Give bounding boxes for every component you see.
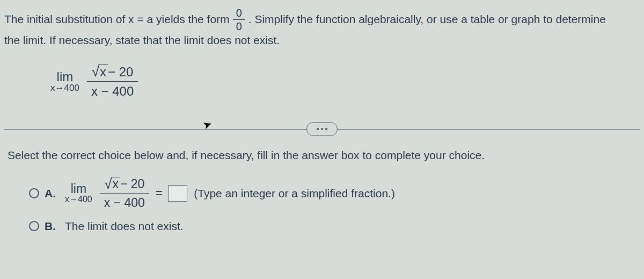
choice-a-fraction: √ x − 20 x − 400: [100, 177, 149, 210]
dot-icon: [321, 128, 323, 130]
lim-operator: lim x→400: [65, 182, 92, 204]
limit-expression: lim x→400 √ x − 20 x − 400: [50, 65, 640, 99]
choice-a-hint: (Type an integer or a simplified fractio…: [194, 187, 395, 200]
frac-num: 0: [233, 8, 245, 19]
radicand: x: [111, 177, 120, 191]
choice-b-radio[interactable]: [29, 221, 39, 231]
choice-b-row: B. The limit does not exist.: [29, 220, 640, 233]
lim-operator: lim x→400: [50, 70, 79, 93]
more-button[interactable]: [306, 122, 338, 136]
intro-part2: . Simplify the function algebraically, o…: [248, 11, 606, 28]
choice-a-label: A.: [45, 187, 56, 200]
question-container: The initial substitution of x = a yields…: [0, 0, 644, 247]
cursor-icon: ➤: [201, 117, 214, 132]
lim-word: lim: [57, 70, 74, 83]
lim-sub: x→400: [65, 195, 92, 204]
select-prompt: Select the correct choice below and, if …: [8, 149, 640, 162]
sqrt: √ x: [104, 177, 120, 191]
answer-input[interactable]: [168, 185, 187, 202]
choice-a-content: lim x→400 √ x − 20 x − 400 = (Type an i: [65, 177, 395, 210]
limit-denominator: x − 400: [87, 81, 138, 99]
intro-part1: The initial substitution of x = a yields…: [4, 11, 230, 28]
choice-a-radio[interactable]: [29, 188, 39, 198]
dot-icon: [317, 128, 319, 130]
radicand: x: [98, 65, 108, 79]
frac-den: 0: [233, 19, 245, 32]
intro-text: The initial substitution of x = a yields…: [4, 8, 640, 49]
choice-a-denominator: x − 400: [100, 193, 149, 210]
zero-over-zero: 0 0: [233, 8, 245, 32]
choice-b-label: B.: [45, 220, 56, 233]
lim-word: lim: [71, 182, 86, 195]
limit-fraction: √ x − 20 x − 400: [87, 65, 138, 99]
lim-sub: x→400: [50, 83, 79, 93]
num-rest: − 20: [120, 177, 144, 191]
choices: A. lim x→400 √ x − 20 x − 400: [29, 177, 640, 233]
choice-b-text: The limit does not exist.: [65, 220, 184, 233]
sqrt: √ x: [92, 65, 108, 79]
intro-line-2: the limit. If necessary, state that the …: [4, 32, 640, 49]
intro-line-1: The initial substitution of x = a yields…: [4, 8, 640, 32]
equals-sign: =: [156, 186, 163, 201]
choice-a-numerator: √ x − 20: [100, 177, 149, 193]
limit-numerator: √ x − 20: [87, 65, 138, 82]
divider-wrap: [4, 129, 640, 130]
num-rest: − 20: [108, 65, 133, 80]
dot-icon: [325, 128, 327, 130]
choice-a-row: A. lim x→400 √ x − 20 x − 400: [29, 177, 640, 210]
